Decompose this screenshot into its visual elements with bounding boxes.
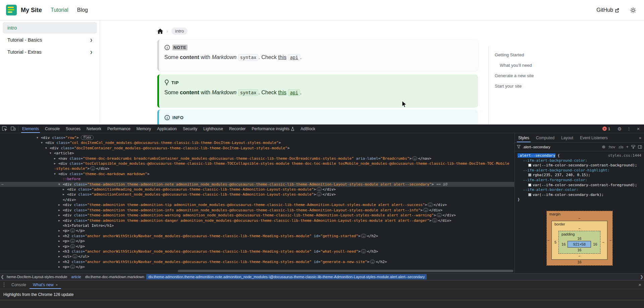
expand-arrow-closed-icon[interactable]: ▶	[58, 213, 63, 218]
devtools-tab-security[interactable]: Security	[180, 124, 200, 133]
dom-tree-row[interactable]: <h1>Tutorial Intro</h1>	[0, 223, 514, 228]
sidebar-item-tutorial-extras[interactable]: Tutorial - Extras›	[3, 46, 97, 58]
collapsed-content-badge[interactable]: …	[317, 187, 322, 191]
color-swatch-icon[interactable]	[528, 173, 531, 176]
styles-pane-tab-styles[interactable]: Styles	[515, 134, 533, 142]
styles-pane-tab-computed[interactable]: Computed	[533, 134, 558, 142]
expand-arrow-open-icon[interactable]: ▼	[54, 171, 58, 176]
expand-arrow-closed-icon[interactable]: ▶	[58, 208, 63, 213]
expand-arrow-closed-icon[interactable]: ▶	[54, 156, 58, 161]
collapsed-content-badge[interactable]: …	[70, 244, 75, 248]
dom-tree-row-selected[interactable]: ⋯▼<div class="theme-admonition theme-adm…	[0, 182, 514, 187]
expand-arrow-closed-icon[interactable]: ▶	[58, 218, 63, 223]
breadcrumb-node[interactable]: article	[69, 274, 83, 279]
site-title[interactable]: My Site	[21, 7, 42, 14]
css-property-value[interactable]: var(--ifm-color-secondary-dark);	[518, 193, 641, 198]
css-selector[interactable]: .alert--secondary	[518, 153, 555, 158]
dom-tree-row[interactable]: ▶<div class="admonitionContent_node_modu…	[0, 192, 514, 197]
collapsed-content-badge[interactable]: …	[370, 260, 375, 264]
expand-arrow-closed-icon[interactable]: ▶	[58, 264, 63, 269]
text-segment[interactable]: this	[278, 54, 286, 60]
box-model-content[interactable]: 921×58	[568, 241, 591, 248]
drawer-menu-icon[interactable]: ⋮	[0, 280, 8, 289]
dom-tree-row[interactable]: ▶<h3 class="anchor anchorWithStickyNavba…	[0, 249, 514, 254]
expand-arrow-closed-icon[interactable]: ▶	[58, 259, 63, 264]
dom-tree-row[interactable]: ▶<div class="admonitionHeading_node_modu…	[0, 187, 514, 192]
sidebar-layout-toggle-icon[interactable]	[638, 145, 642, 149]
css-property-name[interactable]: --ifm-alert-foreground-color:	[518, 178, 641, 183]
theme-toggle-sun-icon[interactable]	[628, 5, 638, 15]
drawer-close-icon[interactable]: ×	[638, 282, 641, 288]
dom-tree-row[interactable]: ▶<div class="theme-admonition theme-admo…	[0, 202, 514, 207]
devtools-tab-lighthouse[interactable]: Lighthouse	[200, 124, 226, 133]
dom-tree-row[interactable]: ▶<div class="theme-admonition theme-admo…	[0, 218, 514, 223]
expand-arrow-closed-icon[interactable]: ▶	[63, 187, 67, 192]
collapsed-content-badge[interactable]: …	[361, 249, 366, 253]
collapsed-content-badge[interactable]: …	[70, 239, 75, 243]
dom-tree-row[interactable]: ▶<p>…</p>	[0, 244, 514, 249]
dom-tree-row[interactable]: ▶<ul>…</ul>	[0, 254, 514, 259]
device-toolbar-icon[interactable]	[9, 124, 17, 133]
dom-tree-row[interactable]: ▶<h2 class="anchor anchorWithStickyNavba…	[0, 234, 514, 239]
box-model-padding[interactable]: padding 16 16 921×58 16 16	[558, 231, 600, 254]
collapsed-content-badge[interactable]: …	[412, 156, 417, 160]
styles-filter-input[interactable]: .alert--secondary	[523, 145, 550, 149]
expand-arrow-closed-icon[interactable]: ▶	[58, 228, 63, 233]
new-style-rule-icon[interactable]: +	[626, 144, 629, 149]
toc-item-generate-a-new-site[interactable]: Generate a new site	[495, 73, 569, 78]
nav-link-blog[interactable]: Blog	[77, 7, 88, 13]
collapsed-content-badge[interactable]: …	[423, 208, 428, 212]
collapsed-content-badge[interactable]: …	[361, 234, 366, 238]
collapsed-content-badge[interactable]: …	[317, 192, 322, 196]
breadcrumb-node[interactable]: heme-DocItem-Layout-styles-module	[5, 274, 69, 279]
whats-new-headline[interactable]: Highlights from the Chrome 126 update	[0, 289, 644, 297]
dom-tree-row[interactable]: ▶<div class="theme-admonition theme-admo…	[0, 208, 514, 213]
styles-pane-tab-layout[interactable]: Layout	[558, 134, 577, 142]
drawer-tab-what-s-new[interactable]: What's new×	[30, 280, 61, 289]
expand-arrow-open-icon[interactable]: ▼	[50, 151, 54, 156]
css-source-link[interactable]: styles.css:1444	[608, 153, 641, 158]
styles-pane-tab-event-listeners[interactable]: Event Listeners	[577, 134, 611, 142]
devtools-tab-adblock[interactable]: AdBlock	[298, 124, 318, 133]
css-property-name[interactable]: --ifm-alert-background-color:	[518, 158, 641, 163]
breadcrumb-node-selected[interactable]: div.theme-admonition.theme-admonition-no…	[146, 274, 427, 279]
inspect-element-icon[interactable]	[0, 124, 9, 133]
box-model-border[interactable]: border − 5 padding 16 16 921×58	[551, 221, 607, 260]
devtools-tab-application[interactable]: Application	[154, 124, 180, 133]
css-property-value[interactable]: var(--ifm-color-secondary-contrast-foreg…	[518, 183, 641, 188]
collapsed-content-badge[interactable]: …	[432, 218, 437, 222]
devtools-close-icon[interactable]: ×	[634, 126, 643, 132]
breadcrumb-node[interactable]: div.theme-doc-markdown.markdown	[83, 274, 146, 279]
dom-tree-row[interactable]: ▼<div class="col docItemCol_node_modules…	[0, 140, 514, 145]
home-icon[interactable]	[157, 29, 163, 34]
text-segment[interactable]: this	[278, 90, 286, 95]
devtools-tab-network[interactable]: Network	[84, 124, 104, 133]
flex-badge[interactable]: flex	[81, 135, 94, 140]
devtools-tab-performance[interactable]: Performance	[104, 124, 133, 133]
crumb-scroll-right-icon[interactable]: ❯	[639, 274, 644, 279]
row-actions-icon[interactable]: ⋯	[1, 182, 4, 187]
expand-arrow-closed-icon[interactable]: ▶	[54, 161, 58, 166]
crumb-scroll-left-icon[interactable]: ❮	[0, 274, 5, 279]
collapsed-content-badge[interactable]: …	[70, 265, 75, 269]
text-segment[interactable]: api	[288, 89, 300, 96]
dom-tree-row[interactable]: </div>	[0, 197, 514, 202]
error-counter[interactable]: × 1	[600, 126, 612, 131]
dom-tree-row[interactable]: ▼<article>	[0, 151, 514, 156]
expand-arrow-closed-icon[interactable]: ▶	[58, 249, 63, 254]
toc-item-getting-started[interactable]: Getting Started	[495, 52, 569, 57]
collapsed-content-badge[interactable]: …	[428, 203, 433, 207]
dom-tree-row[interactable]: ▶<h2 class="anchor anchorWithStickyNavba…	[0, 259, 514, 264]
toggle-element-state-button[interactable]: :hov	[608, 145, 615, 149]
css-property-value[interactable]: rgba(235, 237, 240, 0.15);	[518, 173, 641, 178]
collapsed-content-badge[interactable]: …	[437, 213, 442, 217]
nav-link-tutorial[interactable]: Tutorial	[51, 7, 68, 13]
collapsed-content-badge[interactable]: …	[90, 166, 95, 170]
devtools-tab-performance-insights[interactable]: Performance insights	[249, 124, 298, 133]
box-model-margin[interactable]: margin − − border − 5 padding 16	[547, 211, 612, 265]
dom-tree-row[interactable]: ▶<div class="tocCollapsible_node_modules…	[0, 161, 514, 171]
text-segment[interactable]: api	[288, 54, 300, 61]
color-swatch-icon[interactable]	[528, 164, 531, 167]
expand-arrow-closed-icon[interactable]: ▶	[58, 244, 63, 249]
dom-tree-row[interactable]: ▶<p>…</p>	[0, 264, 514, 269]
